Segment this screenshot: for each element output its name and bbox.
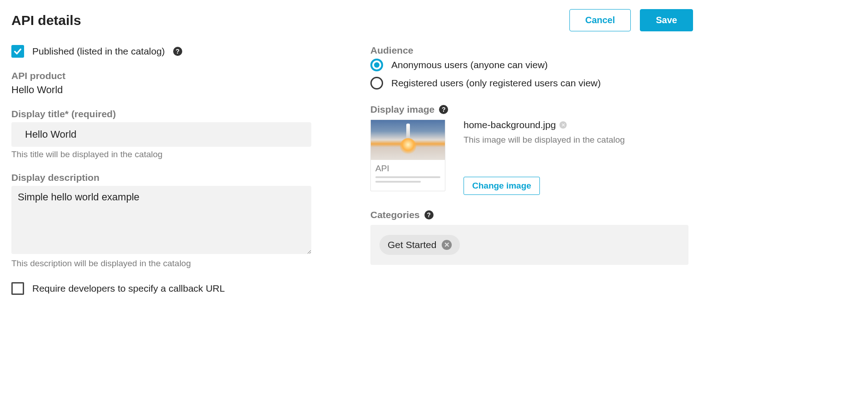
display-description-input[interactable]: [11, 186, 311, 254]
display-title-hint: This title will be displayed in the cata…: [11, 149, 311, 159]
audience-option-label: Registered users (only registered users …: [391, 78, 601, 89]
page-title: API details: [11, 13, 81, 28]
api-product-label: API product: [11, 70, 311, 81]
published-label: Published (listed in the catalog): [32, 46, 165, 57]
image-filename: home-background.jpg: [464, 119, 556, 130]
radio-icon: [370, 77, 383, 90]
categories-label: Categories: [370, 209, 420, 220]
display-title-input[interactable]: [11, 122, 311, 147]
check-icon: [13, 46, 23, 56]
audience-option-label: Anonymous users (anyone can view): [391, 60, 548, 70]
callback-label: Require developers to specify a callback…: [32, 283, 225, 294]
help-icon[interactable]: ?: [424, 210, 434, 219]
categories-input[interactable]: Get Started ✕: [370, 225, 688, 265]
image-card-title: API: [375, 164, 440, 174]
radio-icon: [370, 59, 383, 71]
display-description-label: Display description: [11, 172, 311, 183]
help-icon[interactable]: ?: [439, 105, 448, 114]
published-checkbox[interactable]: [11, 45, 24, 58]
remove-chip-icon[interactable]: ✕: [442, 240, 452, 250]
image-thumbnail: [371, 120, 445, 160]
cancel-button[interactable]: Cancel: [569, 9, 631, 31]
display-image-label: Display image: [370, 104, 434, 115]
display-description-hint: This description will be displayed in th…: [11, 259, 311, 269]
audience-label: Audience: [370, 45, 688, 56]
image-preview-card: API: [370, 119, 445, 191]
display-title-label: Display title* (required): [11, 109, 311, 119]
audience-option-registered[interactable]: Registered users (only registered users …: [370, 77, 688, 90]
api-product-value: Hello World: [11, 84, 311, 96]
callback-checkbox[interactable]: [11, 282, 24, 295]
audience-option-anonymous[interactable]: Anonymous users (anyone can view): [370, 59, 688, 71]
remove-image-icon[interactable]: ✕: [559, 121, 567, 129]
category-chip-label: Get Started: [388, 239, 436, 250]
save-button[interactable]: Save: [640, 9, 693, 31]
help-icon[interactable]: ?: [173, 47, 182, 56]
category-chip: Get Started ✕: [379, 235, 460, 255]
change-image-button[interactable]: Change image: [464, 177, 540, 195]
image-hint: This image will be displayed in the cata…: [464, 135, 625, 145]
